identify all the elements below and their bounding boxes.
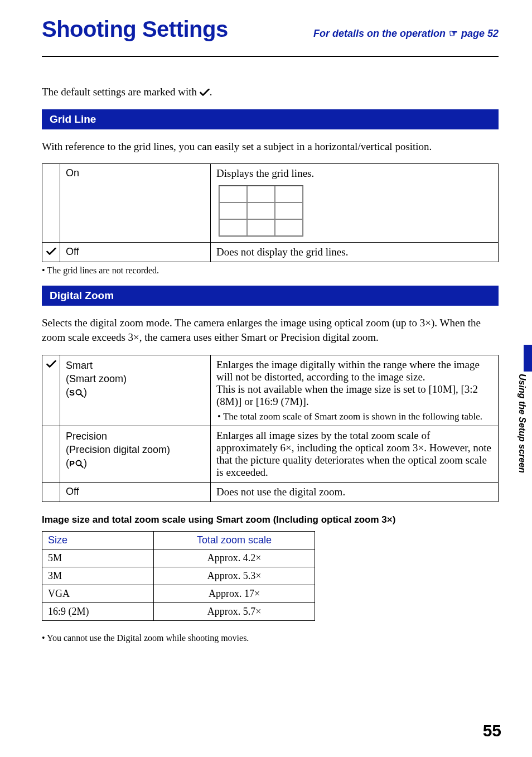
digital-zoom-desc: Selects the digital zoom mode. The camer…	[42, 316, 499, 344]
cell-size: 5M	[42, 549, 154, 567]
cell-scale: Approx. 4.2×	[154, 549, 315, 567]
svg-point-0	[76, 389, 81, 394]
intro-text-after: .	[210, 86, 212, 98]
default-mark-cell	[42, 355, 60, 426]
intro-text-before: The default settings are marked with	[42, 86, 200, 98]
option-name-line1: Smart	[66, 359, 205, 372]
crossref-prefix: For details on the operation	[313, 28, 446, 40]
table-row: 16:9 (2M) Approx. 5.7×	[42, 602, 315, 620]
option-name: Precision (Precision digital zoom) (P)	[60, 426, 211, 482]
zoom-scale-table: Size Total zoom scale 5M Approx. 4.2× 3M…	[42, 531, 315, 621]
digital-zoom-options-table: Smart (Smart zoom) (S) Enlarges the imag…	[42, 355, 499, 502]
cell-size: 16:9 (2M)	[42, 602, 154, 620]
option-desc-cell: Displays the grid lines.	[211, 164, 499, 243]
default-mark-cell	[42, 482, 60, 502]
col-scale: Total zoom scale	[154, 531, 315, 549]
option-subnote-text: The total zoom scale of Smart zoom is sh…	[223, 411, 482, 422]
table-row: Smart (Smart zoom) (S) Enlarges the imag…	[42, 355, 499, 426]
check-icon	[46, 359, 56, 370]
option-name: Off	[60, 482, 211, 502]
cell-scale: Approx. 5.3×	[154, 567, 315, 585]
table-row: VGA Approx. 17×	[42, 585, 315, 602]
svg-line-1	[80, 394, 83, 397]
svg-line-3	[80, 465, 83, 467]
grid-demo-figure	[219, 185, 492, 237]
table-row: Precision (Precision digital zoom) (P) E…	[42, 426, 499, 482]
default-mark-cell	[42, 426, 60, 482]
side-tab-accent	[524, 345, 532, 372]
option-name-line2: (Precision digital zoom)	[66, 443, 205, 456]
table-row: On Displays the grid lines.	[42, 164, 499, 243]
grid-line-options-table: On Displays the grid lines. Off Does not…	[42, 163, 499, 262]
cell-scale: Approx. 5.7×	[154, 602, 315, 620]
svg-point-2	[76, 460, 81, 465]
pointing-hand-icon: ☞	[449, 27, 458, 40]
header-rule	[42, 56, 499, 57]
section-heading-digital-zoom: Digital Zoom	[42, 286, 499, 306]
page-title: Shooting Settings	[42, 17, 228, 42]
option-name: Smart (Smart zoom) (S)	[60, 355, 211, 426]
option-desc: Does not display the grid lines.	[211, 243, 499, 262]
check-icon	[46, 246, 56, 258]
option-name: Off	[60, 243, 211, 262]
section-heading-grid-line: Grid Line	[42, 109, 499, 129]
check-icon	[200, 89, 210, 97]
option-desc: Displays the grid lines.	[216, 167, 492, 180]
option-desc: Enlarges the image digitally within the …	[216, 359, 492, 408]
option-desc-cell: Enlarges the image digitally within the …	[211, 355, 499, 426]
option-subnote: • The total zoom scale of Smart zoom is …	[216, 411, 492, 422]
table-row: 5M Approx. 4.2×	[42, 549, 315, 567]
table-row: 3M Approx. 5.3×	[42, 567, 315, 585]
grid-line-note: The grid lines are not recorded.	[42, 266, 499, 276]
col-size: Size	[42, 531, 154, 549]
zoom-table-heading: Image size and total zoom scale using Sm…	[42, 514, 499, 525]
cell-scale: Approx. 17×	[154, 585, 315, 602]
table-row: Off Does not use the digital zoom.	[42, 482, 499, 502]
table-header-row: Size Total zoom scale	[42, 531, 315, 549]
table-row: Off Does not display the grid lines.	[42, 243, 499, 262]
cell-size: VGA	[42, 585, 154, 602]
option-name: On	[60, 164, 211, 243]
option-desc: Enlarges all image sizes by the total zo…	[211, 426, 499, 482]
default-mark-cell	[42, 164, 60, 243]
page-number: 55	[483, 721, 501, 740]
grid-line-desc: With reference to the grid lines, you ca…	[42, 139, 499, 154]
digital-zoom-note: You cannot use the Digital zoom while sh…	[42, 633, 499, 643]
precision-zoom-icon: P	[69, 458, 84, 469]
icon-prefix-letter: S	[69, 387, 75, 398]
option-name-line1: Precision	[66, 430, 205, 443]
cell-size: 3M	[42, 567, 154, 585]
header-crossref: For details on the operation ☞ page 52	[313, 27, 499, 40]
smart-zoom-icon: S	[69, 387, 84, 398]
crossref-page: page 52	[461, 28, 499, 40]
default-mark-cell	[42, 243, 60, 262]
side-tab-label: Using the Setup screen	[517, 374, 527, 473]
intro-paragraph: The default settings are marked with .	[42, 85, 499, 99]
option-desc: Does not use the digital zoom.	[211, 482, 499, 502]
option-name-line2: (Smart zoom)	[66, 372, 205, 385]
icon-prefix-letter: P	[69, 458, 75, 469]
